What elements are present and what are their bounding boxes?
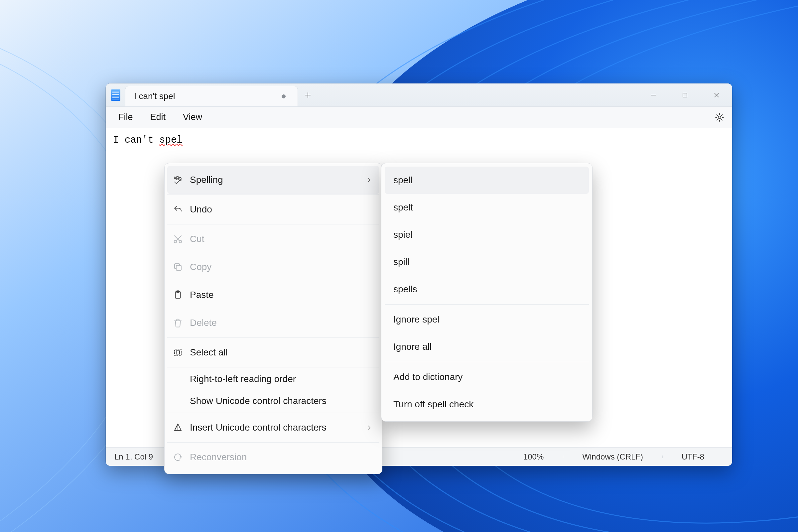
status-encoding[interactable]: UTF-8: [662, 452, 723, 461]
suggestion-2[interactable]: spiel: [385, 221, 589, 248]
ctx-cut: Cut: [167, 225, 379, 253]
ignore-word[interactable]: Ignore spel: [385, 306, 589, 333]
menu-view[interactable]: View: [175, 109, 210, 125]
ctx-undo[interactable]: Undo: [167, 195, 379, 224]
ctx-cut-label: Cut: [190, 234, 372, 244]
reconversion-icon: [173, 452, 183, 462]
ctx-spelling-label: Spelling: [190, 174, 359, 185]
suggestion-3[interactable]: spill: [385, 248, 589, 276]
window-caption-buttons: [638, 83, 732, 107]
document-tab[interactable]: I can't spel: [125, 86, 298, 107]
minimize-button[interactable]: [638, 83, 669, 107]
status-cursor-position: Ln 1, Col 9: [114, 452, 153, 461]
spelling-icon: [173, 174, 183, 185]
new-tab-button[interactable]: [298, 83, 318, 107]
document-text-prefix: I can't: [113, 135, 159, 146]
titlebar: I can't spel: [106, 83, 732, 107]
ctx-spelling[interactable]: Spelling: [167, 166, 379, 194]
delete-icon: [173, 318, 183, 328]
status-line-ending[interactable]: Windows (CRLF): [563, 452, 662, 461]
ctx-insert-ucc[interactable]: Insert Unicode control characters: [167, 414, 379, 441]
add-to-dictionary[interactable]: Add to dictionary: [385, 363, 589, 391]
svg-point-2: [718, 116, 721, 119]
paste-icon: [173, 290, 183, 300]
ctx-rtl-label: Right-to-left reading order: [190, 374, 372, 384]
suggestion-0[interactable]: spell: [385, 167, 589, 194]
app-icon-wrap: [106, 83, 126, 107]
tab-modified-indicator: [282, 94, 286, 98]
ctx-paste-label: Paste: [190, 290, 372, 300]
notepad-icon: [111, 90, 120, 101]
ctx-undo-label: Undo: [190, 204, 372, 215]
settings-button[interactable]: [711, 109, 727, 125]
cut-icon: [173, 234, 183, 244]
ctx-rtl[interactable]: Right-to-left reading order: [167, 368, 379, 390]
context-menu: Spelling Undo Cut Copy Paste Delete Sele…: [164, 163, 382, 474]
chevron-right-icon: [366, 174, 372, 185]
misspelled-word: spel: [159, 135, 183, 146]
menu-file[interactable]: File: [110, 109, 141, 125]
svg-rect-8: [174, 349, 181, 356]
svg-rect-1: [683, 93, 687, 97]
ctx-select-all[interactable]: Select all: [167, 339, 379, 366]
svg-rect-5: [176, 265, 181, 270]
ctx-show-ucc-label: Show Unicode control characters: [190, 396, 372, 406]
ctx-reconversion-label: Reconversion: [190, 452, 372, 462]
ctx-show-ucc[interactable]: Show Unicode control characters: [167, 390, 379, 412]
ctx-select-all-label: Select all: [190, 347, 372, 358]
ignore-all[interactable]: Ignore all: [385, 333, 589, 360]
ctx-reconversion: Reconversion: [167, 443, 379, 471]
suggestion-1[interactable]: spelt: [385, 194, 589, 221]
turn-off-spellcheck[interactable]: Turn off spell check: [385, 391, 589, 418]
ctx-copy-label: Copy: [190, 262, 372, 272]
close-button[interactable]: [701, 83, 732, 107]
menubar: File Edit View: [106, 107, 732, 128]
svg-rect-9: [176, 351, 179, 354]
ctx-delete: Delete: [167, 309, 379, 337]
suggestion-4[interactable]: spells: [385, 276, 589, 303]
ctx-insert-ucc-label: Insert Unicode control characters: [190, 422, 359, 433]
tab-title: I can't spel: [134, 91, 276, 101]
maximize-button[interactable]: [669, 83, 701, 107]
copy-icon: [173, 262, 183, 272]
chevron-right-icon: [366, 422, 372, 433]
ctx-copy: Copy: [167, 253, 379, 281]
menu-edit[interactable]: Edit: [142, 109, 174, 125]
ctx-delete-label: Delete: [190, 318, 372, 328]
undo-icon: [173, 204, 183, 215]
spelling-submenu: spell spelt spiel spill spells Ignore sp…: [381, 163, 592, 422]
insert-ucc-icon: [173, 422, 183, 433]
status-zoom[interactable]: 100%: [504, 452, 563, 461]
ctx-paste[interactable]: Paste: [167, 281, 379, 309]
select-all-icon: [173, 347, 183, 358]
